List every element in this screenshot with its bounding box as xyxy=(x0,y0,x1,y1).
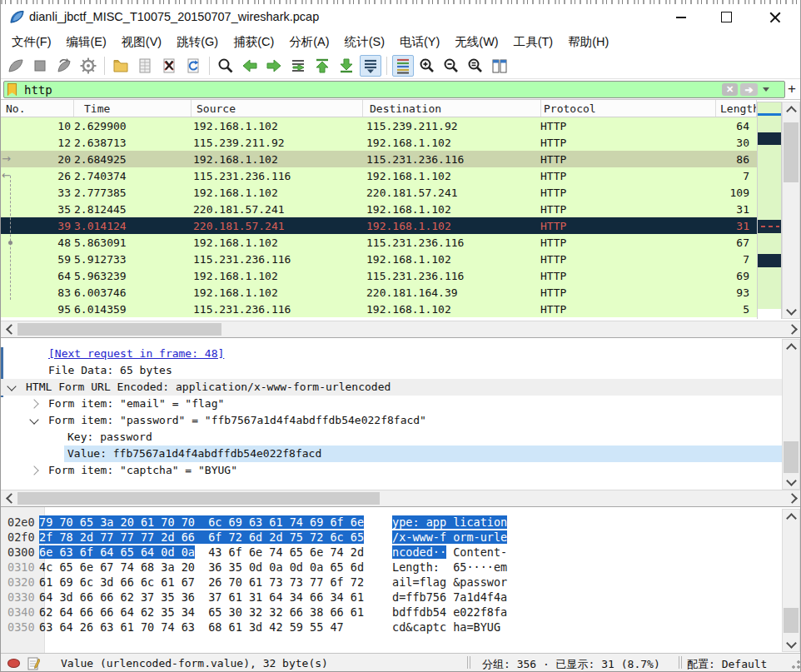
packet-row[interactable]: 485.863091192.168.1.102115.231.236.116HT… xyxy=(1,234,757,251)
expander-icon[interactable] xyxy=(29,415,38,424)
hex-row[interactable]: 02f02f 78 2d 77 77 77 2d 66 6f 72 6d 2d … xyxy=(1,530,782,545)
column-protocol[interactable]: Protocol xyxy=(541,100,716,117)
filter-apply-button[interactable]: ➔ xyxy=(740,83,758,96)
detail-row-selected[interactable]: Value: ffb7567a1d4f4abdffdb54e022f8facd xyxy=(1,446,782,462)
hex-row[interactable]: 033064 3d 66 66 62 37 35 36 37 61 31 64 … xyxy=(1,590,782,605)
status-profile[interactable]: 配置: Default xyxy=(687,657,767,672)
menu-telephony[interactable]: 电话(Y) xyxy=(392,31,447,53)
column-source[interactable]: Source xyxy=(192,100,363,117)
hex-row[interactable]: 03006e 63 6f 64 65 64 0d 0a 43 6f 6e 74 … xyxy=(1,545,782,560)
go-back-button[interactable] xyxy=(239,55,261,77)
packet-row[interactable]: 595.912733115.231.236.116192.168.1.102HT… xyxy=(1,251,757,267)
details-hscrollbar[interactable] xyxy=(1,490,801,506)
scroll-down-icon[interactable] xyxy=(783,638,799,651)
menu-capture[interactable]: 捕获(C) xyxy=(226,31,281,53)
reload-file-button[interactable] xyxy=(182,55,204,77)
packet-list-vscroll-thumb[interactable] xyxy=(784,122,799,182)
go-forward-button[interactable] xyxy=(263,55,285,77)
packet-row[interactable]: 122.638713115.239.211.92192.168.1.102HTT… xyxy=(1,134,757,151)
colorize-button[interactable] xyxy=(392,55,414,77)
hex-row[interactable]: 03104c 65 6e 67 74 68 3a 20 36 35 0d 0a … xyxy=(1,560,782,575)
detail-row[interactable]: Form item: "captcha" = "BYUG" xyxy=(1,462,782,479)
stop-capture-button[interactable] xyxy=(29,55,51,77)
hex-row[interactable]: 034062 64 66 66 64 62 35 34 65 30 32 32 … xyxy=(1,605,782,620)
save-file-button[interactable] xyxy=(134,55,156,77)
packet-row-selected[interactable]: 393.014124220.181.57.241192.168.1.102HTT… xyxy=(1,217,757,234)
scroll-up-icon[interactable] xyxy=(783,510,799,523)
details-vscroll-thumb[interactable] xyxy=(784,441,799,473)
menu-edit[interactable]: 编辑(E) xyxy=(59,31,114,53)
auto-scroll-button[interactable] xyxy=(360,55,381,77)
resize-grip[interactable] xyxy=(790,660,800,670)
zoom-reset-button[interactable] xyxy=(465,55,486,77)
packet-list-vscrollbar[interactable] xyxy=(782,102,800,319)
scroll-right-icon[interactable] xyxy=(785,321,801,337)
find-packet-button[interactable] xyxy=(215,55,236,77)
column-time[interactable]: Time xyxy=(74,100,192,117)
start-capture-button[interactable] xyxy=(5,55,27,77)
detail-row[interactable]: HTML Form URL Encoded: application/x-www… xyxy=(1,379,782,396)
go-last-button[interactable] xyxy=(336,55,357,77)
zoom-in-button[interactable] xyxy=(416,55,438,77)
filter-dropdown-icon[interactable] xyxy=(763,87,769,92)
restart-capture-button[interactable] xyxy=(53,55,75,77)
details-vscrollbar[interactable] xyxy=(782,339,800,490)
packet-row[interactable]: 956.014359115.231.236.116192.168.1.102HT… xyxy=(1,301,757,317)
packet-row[interactable]: 645.963239192.168.1.102115.231.236.116HT… xyxy=(1,267,757,284)
scroll-left-icon[interactable] xyxy=(1,321,17,337)
hex-row[interactable]: 035063 64 26 63 61 70 74 63 68 61 3d 42 … xyxy=(1,620,782,635)
expander-icon[interactable] xyxy=(29,465,38,475)
scroll-down-icon[interactable] xyxy=(783,475,799,489)
expander-icon[interactable] xyxy=(7,381,16,391)
go-first-button[interactable] xyxy=(311,55,333,77)
menu-view[interactable]: 视图(V) xyxy=(114,31,169,53)
hex-row[interactable]: 032061 69 6c 3d 66 6c 61 67 26 70 61 73 … xyxy=(1,575,782,590)
column-destination[interactable]: Destination xyxy=(363,100,541,117)
menu-statistics[interactable]: 统计(S) xyxy=(337,31,392,53)
packet-list-hscroll-thumb[interactable] xyxy=(17,323,221,336)
minimize-button[interactable] xyxy=(662,4,699,30)
menu-file[interactable]: 文件(F) xyxy=(4,31,59,53)
open-file-button[interactable] xyxy=(110,55,132,77)
detail-row[interactable]: Key: password xyxy=(1,429,782,446)
packet-row[interactable]: 836.003746192.168.1.102220.181.164.39HTT… xyxy=(1,284,757,301)
packet-row[interactable]: 102.629900192.168.1.102115.239.211.92HTT… xyxy=(1,117,757,134)
hex-row[interactable]: 02e079 70 65 3a 20 61 70 70 6c 69 63 61 … xyxy=(1,515,782,530)
packet-list-minimap[interactable] xyxy=(757,102,782,319)
maximize-button[interactable] xyxy=(708,4,745,30)
menu-tools[interactable]: 工具(T) xyxy=(506,31,561,53)
scroll-up-icon[interactable] xyxy=(783,102,799,116)
display-filter-input[interactable]: http ✕ ➔ xyxy=(3,81,785,98)
packet-row[interactable]: 352.812445220.181.57.241192.168.1.102HTT… xyxy=(1,201,757,217)
close-window-button[interactable] xyxy=(756,4,794,30)
scroll-up-icon[interactable] xyxy=(783,340,799,353)
hex-vscroll-thumb[interactable] xyxy=(784,608,799,633)
expert-info-icon[interactable] xyxy=(7,659,20,668)
menu-help[interactable]: 帮助(H) xyxy=(560,31,616,53)
resize-columns-button[interactable] xyxy=(489,55,510,77)
capture-options-button[interactable] xyxy=(77,55,99,77)
scroll-right-icon[interactable] xyxy=(785,490,801,506)
menu-analyze[interactable]: 分析(A) xyxy=(281,31,336,53)
packet-row[interactable]: 202.684925192.168.1.102115.231.236.116HT… xyxy=(1,151,757,167)
detail-row[interactable]: Form item: "email" = "flag" xyxy=(1,396,782,412)
detail-row-link[interactable]: [Next request in frame: 48] xyxy=(1,346,782,362)
go-to-packet-button[interactable] xyxy=(287,55,309,77)
expander-icon[interactable] xyxy=(29,399,38,408)
menu-wireless[interactable]: 无线(W) xyxy=(447,31,505,53)
detail-row[interactable]: Form item: "password" = "ffb7567a1d4f4ab… xyxy=(1,412,782,429)
close-file-button[interactable] xyxy=(158,55,180,77)
hex-vscrollbar[interactable] xyxy=(782,509,800,652)
scroll-down-icon[interactable] xyxy=(783,305,799,318)
filter-clear-button[interactable]: ✕ xyxy=(722,83,738,96)
column-no[interactable]: No. xyxy=(1,100,74,117)
packet-row[interactable]: 262.740374115.231.236.116192.168.1.102HT… xyxy=(1,167,757,184)
capture-comment-icon[interactable] xyxy=(27,656,40,670)
menu-go[interactable]: 跳转(G) xyxy=(169,31,226,53)
packet-list-hscrollbar[interactable] xyxy=(1,321,801,337)
packet-row[interactable]: 332.777385192.168.1.102220.181.57.241HTT… xyxy=(1,184,757,201)
zoom-out-button[interactable] xyxy=(440,55,462,77)
filter-add-button[interactable]: + xyxy=(785,81,799,97)
details-hscroll-thumb[interactable] xyxy=(17,492,380,505)
column-length[interactable]: Length xyxy=(716,100,757,117)
